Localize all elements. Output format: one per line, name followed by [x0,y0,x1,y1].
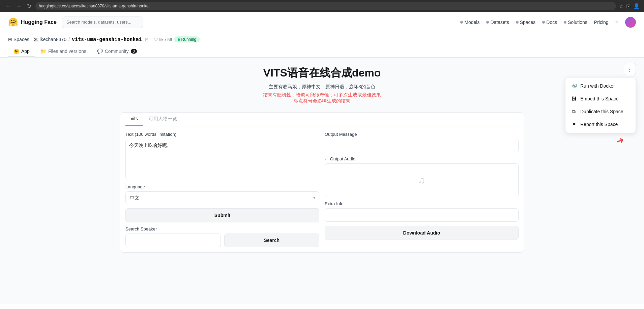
output-message-box [325,139,519,152]
dropdown-report-space[interactable]: ⚑ Report this Space [565,118,636,131]
hf-logo[interactable]: 🤗 Hugging Face [8,18,57,27]
space-header: ⊞ Spaces: 🇰🇷 ikechan8370 / vits-uma-gens… [0,32,644,58]
nav-link-solutions[interactable]: Solutions [564,20,587,25]
like-label: like [159,37,166,42]
download-label: Download Audio [403,230,440,236]
nav-link-models[interactable]: Models [460,20,479,25]
left-panel: Text (100 words limitation) Language 中文 … [125,132,319,247]
dropdown-report-label: Report this Space [580,122,618,127]
search-label: Search [264,238,280,243]
extra-info-box [325,208,519,222]
nav-link-datasets[interactable]: Datasets [486,20,509,25]
output-message-text: Output Message [325,132,357,137]
forward-button[interactable]: → [15,2,23,10]
copy-icon[interactable]: ⎘ [145,37,148,42]
search-speaker-section: Search Speaker [125,226,221,247]
refresh-button[interactable]: ↻ [26,2,33,10]
text-section: Text (100 words limitation) [125,132,319,180]
tab-community[interactable]: 💬 Community 3 [92,46,142,57]
output-message-section: Output Message [325,132,519,152]
dropdown-embed-label: Embed this Space [580,96,619,101]
search-speaker-row: Search Speaker Search [125,226,319,247]
dropdown-run-docker[interactable]: 🐳 Run with Docker [565,80,636,92]
panel-tab-vits[interactable]: vits [125,113,143,126]
user-avatar[interactable] [625,17,636,28]
report-icon: ⚑ [571,121,577,127]
breadcrumb-slash: / [68,37,70,42]
audio-output-box: ♫ [325,163,519,197]
tab-app-label: App [21,49,30,54]
space-tabs: 🤗 App 📁 Files and versions 💬 Community 3 [8,46,636,57]
tab-community-icon: 💬 [97,49,103,54]
nav-link-pricing[interactable]: Pricing [594,20,609,25]
audio-placeholder-icon: ♫ [418,175,425,186]
text-label: Text (100 words limitation) [125,132,319,137]
back-button[interactable]: ← [4,2,12,10]
hf-nav: 🤗 Hugging Face Models Datasets Spaces Do… [0,12,644,32]
dropdown-run-docker-label: Run with Docker [580,83,615,89]
window-icon[interactable]: ⊡ [626,3,631,9]
app-link-2[interactable]: 标点符号会影响生成的结果 [8,98,636,104]
submit-button[interactable]: Submit [125,208,319,222]
language-select[interactable]: 中文 日本語 English [125,191,319,204]
docs-dot [542,21,545,24]
search-button[interactable]: Search [224,234,320,247]
output-message-label: Output Message [325,132,519,137]
spaces-grid-icon: ⊞ [8,37,12,42]
profile-icon[interactable]: 👤 [633,3,640,9]
browser-icons: ☆ ⊡ 👤 [619,3,640,9]
tab-community-label: Community [105,49,129,54]
nav-link-spaces[interactable]: Spaces [516,20,536,25]
duplicate-icon: ⧉ [571,109,577,115]
browser-bar: ← → ↻ huggingface.co/spaces/ikechan8370/… [0,0,644,12]
search-btn-wrap: Search [224,226,320,247]
breadcrumb-spaces[interactable]: ⊞ Spaces: [8,37,31,42]
panel-tab-vits-label: vits [131,116,138,121]
datasets-dot [486,21,489,24]
url-bar[interactable]: huggingface.co/spaces/ikechan8370/vits-u… [35,2,616,10]
app-link-1[interactable]: 结果有随机性，语调可能很奇怪，可多次生成取最佳效果 [8,92,636,98]
search-speaker-input[interactable] [125,234,221,247]
tab-files[interactable]: 📁 Files and versions [35,46,92,57]
breadcrumb-repo[interactable]: vits-uma-genshin-honkai [72,36,142,42]
nav-link-solutions-label: Solutions [568,20,587,25]
app-title: VITS语音在线合成demo [8,66,636,81]
models-dot [460,21,463,24]
right-panel: Output Message ♫ Output Audio ♫ Extra I [325,132,519,247]
app-panel-tabs: vits 可用人物一览 [120,113,524,126]
breadcrumb: ⊞ Spaces: 🇰🇷 ikechan8370 / vits-uma-gens… [8,36,636,42]
like-button[interactable]: ♡ like 56 [154,37,172,42]
nav-link-pricing-label: Pricing [594,20,609,25]
hamburger-menu[interactable]: ≡ [615,19,618,25]
output-audio-section: ♫ Output Audio ♫ [325,156,519,197]
tab-app[interactable]: 🤗 App [8,46,35,57]
three-dots-button[interactable]: ⋮ [624,63,636,75]
tab-files-icon: 📁 [40,49,46,54]
language-section: Language 中文 日本語 English ▾ [125,184,319,204]
hf-logo-emoji: 🤗 [8,18,18,27]
url-text: huggingface.co/spaces/ikechan8370/vits-u… [39,4,149,8]
panel-tab-chars[interactable]: 可用人物一览 [143,113,182,126]
spaces-label: Spaces: [13,37,31,42]
language-label: Language [125,184,319,189]
text-input[interactable] [125,139,319,179]
app-subtitle: 主要有赛马娘，原神中文，原神日语，崩坏3的音色 [8,84,636,90]
search-speaker-label: Search Speaker [125,226,221,231]
user-flag: 🇰🇷 [33,37,38,42]
nav-link-docs-label: Docs [546,20,557,25]
main-content: ⋮ 🐳 Run with Docker 🖼 Embed this Space ⧉… [0,58,644,304]
dropdown-duplicate-space[interactable]: ⧉ Duplicate this Space [565,105,636,118]
dropdown-embed-space[interactable]: 🖼 Embed this Space [565,92,636,105]
dropdown-duplicate-label: Duplicate this Space [580,109,623,114]
breadcrumb-user[interactable]: 🇰🇷 ikechan8370 [33,37,66,42]
star-icon[interactable]: ☆ [619,3,623,9]
tab-app-icon: 🤗 [13,49,19,54]
community-badge: 3 [131,49,137,54]
spaces-dot [516,21,519,24]
docker-icon: 🐳 [571,83,577,89]
download-audio-button[interactable]: Download Audio [325,226,519,240]
nav-link-datasets-label: Datasets [490,20,509,25]
search-input[interactable] [62,17,143,28]
language-select-wrap: 中文 日本語 English ▾ [125,191,319,204]
nav-link-docs[interactable]: Docs [542,20,557,25]
